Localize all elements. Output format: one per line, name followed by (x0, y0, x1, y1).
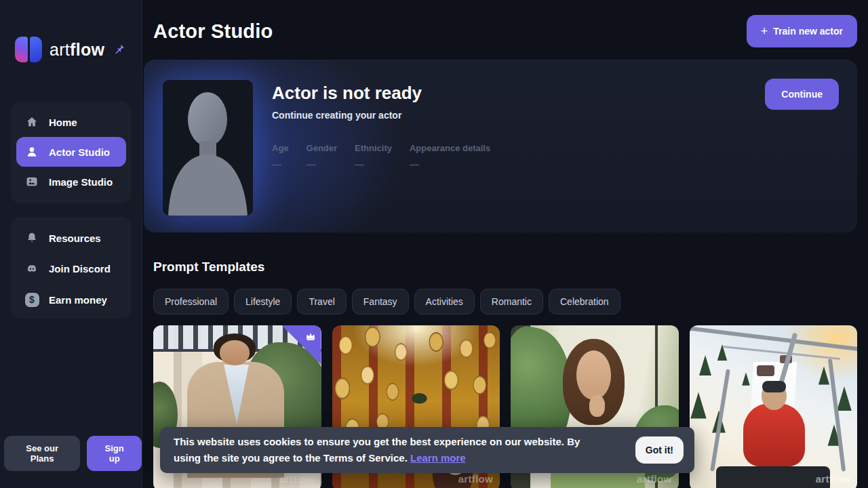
meta-age: Age — (272, 143, 289, 170)
sidebar-item-label: Join Discord (49, 263, 111, 274)
meta-gender: Gender — (307, 143, 338, 170)
sidebar-item-earn-money[interactable]: $ Earn money (16, 285, 126, 315)
actor-meta: Age — Gender — Ethnicity — Appearance de… (272, 143, 490, 170)
page-header: Actor Studio + Train new actor (142, 0, 868, 47)
got-it-button[interactable]: Got it! (635, 436, 684, 464)
sidebar-item-label: Image Studio (49, 176, 113, 188)
sidebar-item-label: Home (49, 117, 77, 128)
chip-celebration[interactable]: Celebration (549, 289, 620, 314)
meta-ethnicity: Ethnicity — (355, 143, 392, 170)
chip-professional[interactable]: Professional (153, 289, 229, 314)
plus-icon: + (761, 24, 768, 39)
chip-fantasy[interactable]: Fantasy (352, 289, 409, 314)
sidebar-footer: See our Plans Sign up (4, 436, 142, 471)
meta-appearance: Appearance details — (410, 143, 490, 170)
template-chips: Professional Lifestyle Travel Fantasy Ac… (153, 289, 857, 314)
cookie-text: This website uses cookies to ensure you … (174, 434, 602, 467)
cookie-banner: This website uses cookies to ensure you … (160, 427, 694, 473)
sidebar: artflow Home Actor Studio Image Studio (0, 0, 142, 488)
see-plans-button[interactable]: See our Plans (4, 436, 80, 471)
train-new-actor-button[interactable]: + Train new actor (747, 15, 857, 47)
chip-travel[interactable]: Travel (297, 289, 346, 314)
sidebar-item-label: Resources (49, 232, 101, 244)
sidebar-item-label: Earn money (49, 294, 107, 306)
actor-status-subtitle: Continue creating your actor (272, 110, 490, 121)
sidebar-item-home[interactable]: Home (16, 107, 126, 137)
actor-status-title: Actor is not ready (272, 83, 490, 104)
bell-icon (24, 230, 39, 245)
learn-more-link[interactable]: Learn more (410, 452, 466, 464)
watermark: artflow (816, 473, 850, 485)
page-title: Actor Studio (153, 15, 273, 43)
signup-button[interactable]: Sign up (87, 436, 142, 471)
sidebar-item-label: Actor Studio (49, 146, 110, 158)
continue-button[interactable]: Continue (765, 79, 839, 110)
chip-lifestyle[interactable]: Lifestyle (234, 289, 292, 314)
sidebar-item-actor-studio[interactable]: Actor Studio (16, 137, 126, 167)
watermark: artflow (458, 473, 493, 485)
actor-info: Actor is not ready Continue creating you… (272, 80, 490, 212)
watermark: artflow (279, 473, 314, 485)
main-content: Actor Studio + Train new actor Actor is … (142, 0, 868, 488)
pin-icon[interactable] (113, 43, 125, 56)
chip-romantic[interactable]: Romantic (480, 289, 543, 314)
image-icon (24, 174, 39, 189)
gallery-item-ski[interactable]: artflow (690, 325, 858, 488)
chip-activities[interactable]: Activities (414, 289, 475, 314)
dollar-icon: $ (24, 292, 39, 307)
discord-icon (24, 262, 39, 277)
home-icon (24, 115, 39, 129)
brand: artflow (15, 37, 125, 62)
prompt-templates-title: Prompt Templates (153, 260, 857, 274)
actor-placeholder-image (163, 80, 253, 216)
sidebar-item-resources[interactable]: Resources (16, 223, 126, 253)
watermark: artflow (637, 473, 671, 485)
nav-group-secondary: Resources Join Discord $ Earn money (11, 217, 132, 319)
crown-icon (304, 330, 317, 342)
sidebar-item-image-studio[interactable]: Image Studio (16, 167, 126, 197)
brand-name: artflow (50, 40, 104, 60)
nav-group-primary: Home Actor Studio Image Studio (11, 102, 132, 203)
artflow-logo-icon (15, 37, 42, 62)
actor-status-card: Actor is not ready Continue creating you… (144, 60, 857, 232)
user-icon (24, 144, 39, 159)
sidebar-item-join-discord[interactable]: Join Discord (16, 254, 126, 285)
